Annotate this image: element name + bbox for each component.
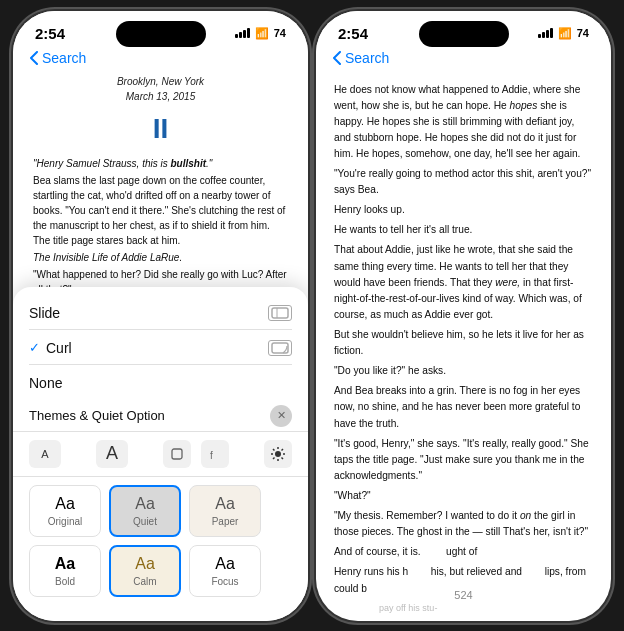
theme-bold-label: Bold: [55, 576, 75, 587]
font-icons: f: [163, 440, 229, 468]
slide-icon: [268, 305, 292, 321]
right-dynamic-island: [419, 21, 509, 47]
theme-bold[interactable]: Aa Bold: [29, 545, 101, 597]
left-phone: 2:54 📶 74 S: [13, 11, 308, 621]
theme-bold-aa: Aa: [55, 555, 75, 573]
close-button[interactable]: ✕: [270, 405, 292, 427]
none-icon: [268, 375, 292, 391]
none-label: None: [29, 375, 62, 391]
right-back-button[interactable]: Search: [332, 50, 389, 66]
font-serif-button[interactable]: f: [201, 440, 229, 468]
right-book-text: He does not know what happened to Addie,…: [316, 74, 611, 621]
theme-quiet-aa: Aa: [135, 495, 155, 513]
theme-cards: Aa Original Aa Quiet Aa Paper Aa Bold: [13, 477, 308, 601]
svg-line-10: [273, 449, 275, 451]
overlay-panel: Slide ✓ Curl: [13, 287, 308, 621]
theme-quiet[interactable]: Aa Quiet: [109, 485, 181, 537]
page-number: 524: [454, 589, 472, 601]
theme-paper-aa: Aa: [215, 495, 235, 513]
scroll-option-curl[interactable]: ✓ Curl: [29, 332, 292, 365]
app-container: 2:54 📶 74 S: [0, 0, 624, 631]
left-back-label: Search: [42, 50, 86, 66]
right-time: 2:54: [338, 25, 368, 42]
right-battery-icon: 74: [577, 27, 589, 39]
left-nav: Search: [13, 46, 308, 74]
theme-original[interactable]: Aa Original: [29, 485, 101, 537]
signal-icon: [235, 28, 250, 38]
book-location: Brooklyn, New YorkMarch 13, 2015: [33, 74, 288, 105]
svg-line-13: [273, 457, 275, 459]
svg-line-12: [282, 449, 284, 451]
themes-title: Themes & Quiet Option: [29, 408, 165, 423]
brightness-button[interactable]: [264, 440, 292, 468]
curl-icon: [268, 340, 292, 356]
svg-line-11: [282, 457, 284, 459]
font-controls: A A f: [13, 432, 308, 477]
theme-calm-aa: Aa: [135, 555, 155, 573]
theme-calm[interactable]: Aa Calm: [109, 545, 181, 597]
font-increase-button[interactable]: A: [96, 440, 128, 468]
svg-rect-2: [272, 343, 288, 353]
theme-calm-label: Calm: [133, 576, 156, 587]
chapter-number: II: [33, 107, 288, 150]
right-nav: Search: [316, 46, 611, 74]
right-wifi-icon: 📶: [558, 27, 572, 40]
right-status-icons: 📶 74: [538, 27, 589, 40]
scroll-options: Slide ✓ Curl: [13, 297, 308, 399]
curl-label: Curl: [46, 340, 72, 356]
right-phone: 2:54 📶 74 S: [316, 11, 611, 621]
dynamic-island: [116, 21, 206, 47]
theme-quiet-label: Quiet: [133, 516, 157, 527]
scroll-option-none[interactable]: None: [29, 367, 292, 399]
theme-focus-aa: Aa: [215, 555, 235, 573]
svg-point-5: [275, 451, 281, 457]
slide-label: Slide: [29, 305, 60, 321]
theme-focus[interactable]: Aa Focus: [189, 545, 261, 597]
themes-header: Themes & Quiet Option ✕: [13, 399, 308, 432]
theme-paper[interactable]: Aa Paper: [189, 485, 261, 537]
theme-original-label: Original: [48, 516, 82, 527]
theme-original-aa: Aa: [55, 495, 75, 513]
scroll-option-slide[interactable]: Slide: [29, 297, 292, 330]
svg-rect-0: [272, 308, 288, 318]
left-time: 2:54: [35, 25, 65, 42]
font-decrease-button[interactable]: A: [29, 440, 61, 468]
right-signal-icon: [538, 28, 553, 38]
right-back-label: Search: [345, 50, 389, 66]
theme-paper-label: Paper: [212, 516, 239, 527]
svg-text:f: f: [210, 450, 213, 461]
battery-icon: 74: [274, 27, 286, 39]
left-back-button[interactable]: Search: [29, 50, 86, 66]
font-style-button[interactable]: [163, 440, 191, 468]
theme-focus-label: Focus: [211, 576, 238, 587]
left-status-icons: 📶 74: [235, 27, 286, 40]
svg-rect-3: [172, 449, 182, 459]
wifi-icon: 📶: [255, 27, 269, 40]
